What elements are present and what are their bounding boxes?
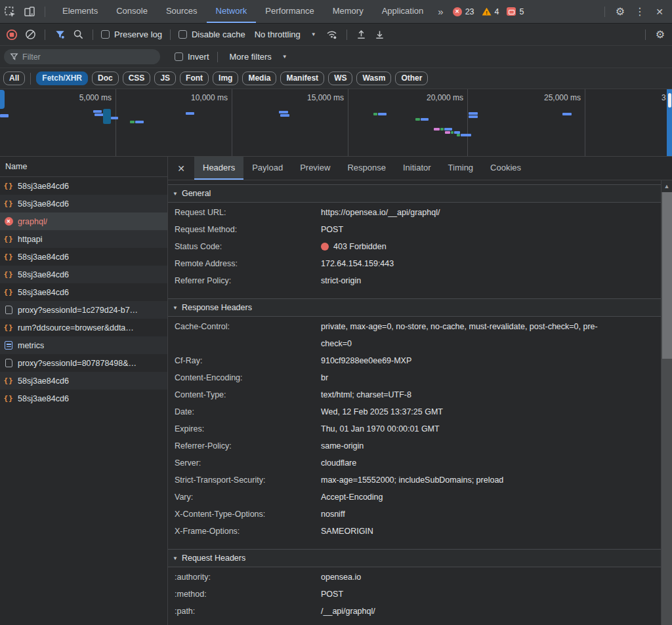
request-row[interactable]: rum?ddsource=browser&ddta… — [0, 319, 167, 336]
filter-chip-media[interactable]: Media — [242, 71, 276, 85]
name-column-header[interactable]: Name — [0, 157, 167, 177]
throttling-select[interactable]: No throttling ▼ — [248, 30, 323, 39]
request-row[interactable]: proxy?sessionId=807878498&… — [0, 354, 167, 372]
warning-count-badge[interactable]: ! 4 — [482, 7, 499, 16]
more-filters-select[interactable]: More filters ▼ — [223, 52, 294, 62]
timeline-tick-label: 20,000 ms — [427, 93, 463, 102]
request-list: 58sj3ae84cd658sj3ae84cd6graphql/httpapi5… — [0, 177, 167, 407]
filter-chip-other[interactable]: Other — [395, 71, 428, 85]
divider — [93, 30, 93, 40]
header-value: 403 Forbidden — [321, 238, 623, 255]
preserve-log-checkbox[interactable]: Preserve log — [101, 30, 162, 39]
disable-cache-label: Disable cache — [192, 30, 245, 39]
tab-application[interactable]: Application — [373, 0, 433, 23]
request-row[interactable]: httpapi — [0, 230, 167, 248]
tab-response[interactable]: Response — [339, 157, 394, 180]
json-icon — [3, 270, 14, 279]
tab-headers[interactable]: Headers — [194, 157, 243, 180]
disclosure-triangle-icon: ▼ — [173, 555, 178, 561]
request-name: httpapi — [18, 235, 43, 244]
section-header-request-headers[interactable]: ▼Request Headers — [168, 549, 661, 567]
error-count-badge[interactable]: ✕ 23 — [453, 7, 474, 16]
issues-icon — [507, 7, 516, 16]
filter-chip-doc[interactable]: Doc — [92, 71, 119, 85]
request-row[interactable]: 58sj3ae84cd6 — [0, 266, 167, 283]
filter-chip-js[interactable]: JS — [154, 71, 176, 85]
tab-memory[interactable]: Memory — [324, 0, 373, 23]
tab-initiator[interactable]: Initiator — [394, 157, 440, 180]
overview-timeline[interactable]: 5,000 ms10,000 ms15,000 ms20,000 ms25,00… — [0, 89, 672, 157]
section-header-response-headers[interactable]: ▼Response Headers — [168, 298, 661, 317]
settings-gear-icon[interactable]: ⚙ — [610, 7, 630, 17]
overview-window-handle-left[interactable] — [0, 90, 5, 109]
invert-checkbox[interactable]: Invert — [175, 52, 209, 62]
close-details-icon[interactable]: ✕ — [168, 157, 194, 180]
inspect-element-icon[interactable] — [0, 0, 20, 23]
request-row[interactable]: 58sj3ae84cd6 — [0, 195, 167, 212]
filter-chip-manifest[interactable]: Manifest — [280, 71, 324, 85]
header-key: X-Frame-Options: — [168, 523, 321, 540]
section-header-general[interactable]: ▼General — [168, 184, 661, 203]
request-row[interactable]: metrics — [0, 336, 167, 354]
request-row[interactable]: proxy?sessionId=1c279d24-b7… — [0, 301, 167, 319]
device-toolbar-icon[interactable] — [20, 0, 39, 23]
export-har-icon[interactable] — [371, 26, 389, 43]
network-settings-gear-icon[interactable]: ⚙ — [651, 26, 669, 43]
request-row[interactable]: 58sj3ae84cd6 — [0, 177, 167, 195]
import-har-icon[interactable] — [352, 26, 371, 43]
request-name: rum?ddsource=browser&ddta… — [18, 323, 134, 333]
header-row: Referrer-Policy:same-origin — [168, 437, 661, 454]
network-conditions-icon[interactable] — [323, 26, 341, 43]
tab-payload[interactable]: Payload — [243, 157, 291, 180]
tab-cookies[interactable]: Cookies — [482, 157, 530, 180]
tab-sources[interactable]: Sources — [157, 0, 207, 23]
tab-elements[interactable]: Elements — [53, 0, 107, 23]
close-icon[interactable]: ✕ — [650, 7, 669, 17]
header-key: :path: — [168, 603, 321, 620]
more-tabs-icon[interactable]: » — [432, 0, 448, 23]
header-value: same-origin — [321, 437, 623, 454]
filter-input[interactable] — [4, 49, 160, 64]
timeline-gridline — [585, 89, 585, 156]
record-network-log-icon[interactable] — [3, 26, 21, 43]
request-row[interactable]: 58sj3ae84cd6 — [0, 372, 167, 390]
search-icon[interactable] — [69, 26, 87, 43]
waterfall-bar — [434, 128, 440, 131]
tab-preview[interactable]: Preview — [291, 157, 339, 180]
kebab-menu-icon[interactable]: ⋮ — [630, 7, 650, 17]
request-row[interactable]: 58sj3ae84cd6 — [0, 248, 167, 266]
section-general: ▼GeneralRequest URL:https://opensea.io/_… — [168, 184, 661, 289]
chevron-down-icon: ▼ — [282, 54, 287, 60]
request-row[interactable]: graphql/ — [0, 212, 167, 230]
filter-chip-fetch-xhr[interactable]: Fetch/XHR — [36, 71, 88, 85]
filter-chip-img[interactable]: Img — [213, 71, 238, 85]
header-row: Content-Encoding:br — [168, 369, 661, 386]
timeline-gridline — [348, 89, 348, 156]
header-row: Date:Wed, 12 Feb 2025 13:37:25 GMT — [168, 403, 661, 420]
filter-chip-wasm[interactable]: Wasm — [356, 71, 391, 85]
clear-network-log-icon[interactable] — [21, 26, 39, 43]
overview-window-handle-right[interactable] — [667, 89, 672, 156]
tab-timing[interactable]: Timing — [440, 157, 482, 180]
filter-chip-all[interactable]: All — [3, 71, 25, 85]
filter-chip-ws[interactable]: WS — [328, 71, 352, 85]
request-row[interactable]: 58sj3ae84cd6 — [0, 390, 167, 407]
tab-network[interactable]: Network — [207, 0, 257, 23]
scrollbar-thumb[interactable] — [662, 192, 672, 359]
filter-icon[interactable] — [51, 26, 69, 43]
filter-chip-css[interactable]: CSS — [123, 71, 151, 85]
resource-type-filters: AllFetch/XHRDocCSSJSFontImgMediaManifest… — [0, 68, 672, 89]
section-title: Request Headers — [182, 554, 245, 563]
issues-count-badge[interactable]: 5 — [507, 7, 524, 16]
waterfall-bar — [279, 111, 288, 113]
header-value: POST — [321, 221, 623, 238]
tab-console[interactable]: Console — [107, 0, 157, 23]
disable-cache-checkbox[interactable]: Disable cache — [178, 30, 245, 39]
header-row: Remote Address:172.64.154.159:443 — [168, 255, 661, 272]
header-key: Status Code: — [168, 238, 321, 255]
request-row[interactable]: 58sj3ae84cd6 — [0, 283, 167, 301]
tab-performance[interactable]: Performance — [256, 0, 323, 23]
details-scrollbar[interactable]: ▲ — [661, 180, 672, 625]
filter-chip-font[interactable]: Font — [180, 71, 209, 85]
scroll-up-icon[interactable]: ▲ — [662, 180, 672, 192]
